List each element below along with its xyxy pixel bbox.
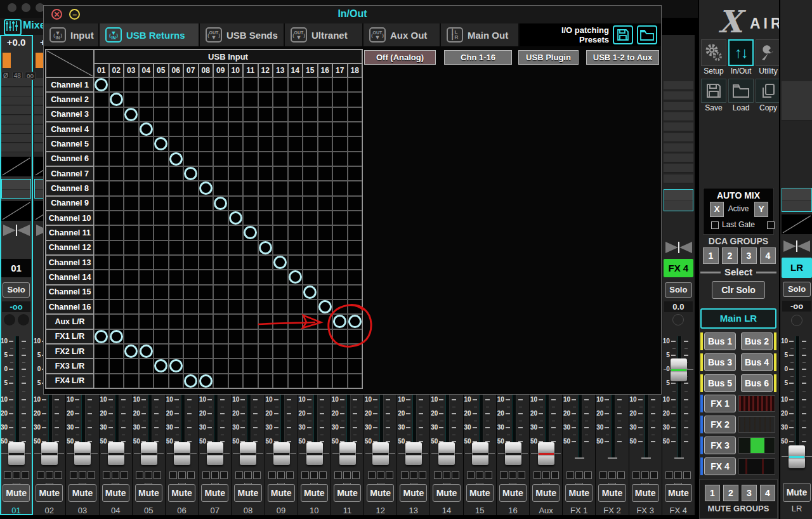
mute-group-1-button[interactable]: 1 xyxy=(705,485,720,501)
matrix-cell[interactable] xyxy=(273,358,288,373)
matrix-cell[interactable] xyxy=(243,225,258,240)
matrix-cell[interactable] xyxy=(318,225,333,240)
matrix-cell[interactable] xyxy=(332,270,348,284)
matrix-cell[interactable] xyxy=(139,344,154,358)
matrix-cell[interactable] xyxy=(348,107,363,122)
send-row[interactable] xyxy=(1,78,31,87)
matrix-cell[interactable] xyxy=(273,270,288,284)
matrix-cell[interactable] xyxy=(348,240,363,255)
mute-button[interactable]: Mute xyxy=(532,484,560,502)
matrix-cell[interactable] xyxy=(273,240,288,255)
matrix-cell[interactable] xyxy=(348,314,363,329)
matrix-cell[interactable] xyxy=(332,92,348,107)
matrix-cell[interactable] xyxy=(169,225,184,240)
matrix-cell[interactable] xyxy=(303,255,318,270)
matrix-cell[interactable] xyxy=(183,344,199,358)
fader-knob[interactable] xyxy=(505,442,521,465)
clear-solo-button[interactable]: Clr Solo xyxy=(712,281,765,299)
matrix-cell[interactable] xyxy=(213,255,228,270)
matrix-cell[interactable] xyxy=(243,92,258,107)
matrix-cell[interactable] xyxy=(124,314,139,329)
matrix-cell[interactable] xyxy=(228,358,244,373)
insert-box[interactable] xyxy=(664,189,693,211)
matrix-cell[interactable] xyxy=(183,374,199,388)
matrix-cell[interactable] xyxy=(169,181,184,195)
matrix-cell[interactable] xyxy=(199,196,214,211)
matrix-cell[interactable] xyxy=(258,107,273,122)
dca-group-2-button[interactable]: 2 xyxy=(722,247,738,264)
send-row[interactable] xyxy=(664,91,693,100)
matrix-cell[interactable] xyxy=(213,211,228,225)
matrix-cell[interactable] xyxy=(183,270,199,284)
matrix-cell[interactable] xyxy=(332,240,348,255)
load-preset-icon[interactable] xyxy=(637,25,657,44)
matrix-cell[interactable] xyxy=(183,299,199,314)
mute-button[interactable]: Mute xyxy=(598,484,625,502)
matrix-cell[interactable] xyxy=(273,225,288,240)
tab-main-out[interactable]: ┃L┃RMain Out xyxy=(441,23,520,46)
matrix-cell[interactable] xyxy=(199,299,214,314)
matrix-cell[interactable] xyxy=(139,240,154,255)
matrix-cell[interactable] xyxy=(199,122,214,136)
matrix-cell[interactable] xyxy=(288,344,303,358)
matrix-cell[interactable] xyxy=(199,285,214,299)
matrix-cell[interactable] xyxy=(258,211,273,225)
matrix-cell[interactable] xyxy=(348,196,363,211)
strip-knob[interactable] xyxy=(672,314,684,325)
send-row[interactable] xyxy=(1,96,31,105)
matrix-cell[interactable] xyxy=(318,358,333,373)
mute-button[interactable]: Mute xyxy=(168,484,195,502)
matrix-cell[interactable] xyxy=(94,211,109,225)
matrix-cell[interactable] xyxy=(154,181,169,195)
pan-control[interactable] xyxy=(783,240,811,253)
matrix-cell[interactable] xyxy=(169,255,184,270)
matrix-cell[interactable] xyxy=(169,211,184,225)
mute-button[interactable]: Mute xyxy=(783,483,811,502)
matrix-cell[interactable] xyxy=(183,77,199,92)
matrix-cell[interactable] xyxy=(228,92,244,107)
send-row[interactable] xyxy=(1,106,31,115)
matrix-cell[interactable] xyxy=(348,211,363,225)
strip-select-button[interactable]: 01 xyxy=(1,259,31,277)
matrix-cell[interactable] xyxy=(139,329,154,344)
mute-group-3-button[interactable]: 3 xyxy=(742,485,757,501)
matrix-cell[interactable] xyxy=(318,107,333,122)
matrix-cell[interactable] xyxy=(228,270,244,284)
matrix-cell[interactable] xyxy=(332,255,348,270)
matrix-cell[interactable] xyxy=(109,181,124,195)
matrix-cell[interactable] xyxy=(154,92,169,107)
fader-knob[interactable] xyxy=(207,442,223,465)
window-close-dot[interactable] xyxy=(8,3,16,12)
eq-curve-display[interactable] xyxy=(1,201,31,221)
matrix-cell[interactable] xyxy=(243,329,258,344)
matrix-cell[interactable] xyxy=(109,374,124,388)
matrix-cell[interactable] xyxy=(109,196,124,211)
matrix-cell[interactable] xyxy=(124,181,139,195)
matrix-cell[interactable] xyxy=(94,77,109,92)
matrix-cell[interactable] xyxy=(94,166,109,181)
matrix-cell[interactable] xyxy=(332,196,348,211)
matrix-cell[interactable] xyxy=(228,152,244,166)
matrix-cell[interactable] xyxy=(94,329,109,344)
matrix-cell[interactable] xyxy=(243,314,258,329)
matrix-cell[interactable] xyxy=(348,92,363,107)
matrix-cell[interactable] xyxy=(318,122,333,136)
matrix-cell[interactable] xyxy=(183,225,199,240)
matrix-cell[interactable] xyxy=(258,240,273,255)
matrix-cell[interactable] xyxy=(243,107,258,122)
mute-button[interactable]: Mute xyxy=(301,484,328,502)
matrix-cell[interactable] xyxy=(332,344,348,358)
matrix-cell[interactable] xyxy=(288,358,303,373)
send-row[interactable] xyxy=(664,164,693,173)
strip-knob[interactable] xyxy=(18,314,29,325)
mute-button[interactable]: Mute xyxy=(433,484,460,502)
matrix-cell[interactable] xyxy=(213,240,228,255)
matrix-cell[interactable] xyxy=(243,166,258,181)
matrix-cell[interactable] xyxy=(303,211,318,225)
fader-track[interactable] xyxy=(15,336,20,459)
mute-group-2-button[interactable]: 2 xyxy=(723,485,738,501)
matrix-cell[interactable] xyxy=(183,122,199,136)
matrix-cell[interactable] xyxy=(199,166,214,181)
fx-rack-thumbnail[interactable] xyxy=(738,437,775,454)
matrix-cell[interactable] xyxy=(94,107,109,122)
